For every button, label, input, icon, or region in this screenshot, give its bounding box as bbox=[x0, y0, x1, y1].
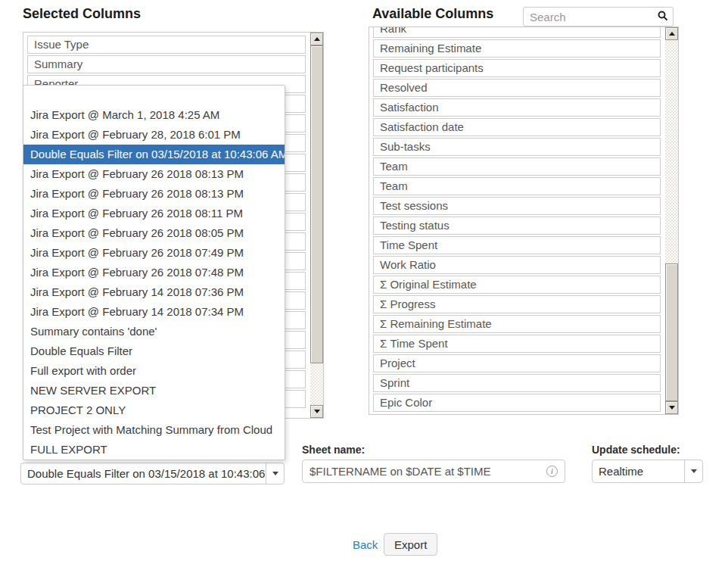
scroll-up-button[interactable] bbox=[310, 33, 323, 45]
filter-dropdown-list[interactable]: Jira Export @ March 1, 2018 4:25 AMJira … bbox=[23, 85, 285, 460]
filter-option[interactable]: Jira Export @ February 14 2018 07:36 PM bbox=[23, 282, 285, 302]
selected-column-item[interactable]: Issue Type bbox=[27, 36, 306, 54]
filter-option[interactable]: Double Equals Filter bbox=[23, 341, 285, 361]
available-column-item[interactable]: Request participants bbox=[373, 59, 661, 77]
available-column-item[interactable]: Satisfaction bbox=[373, 98, 661, 117]
available-column-item[interactable]: Remaining Estimate bbox=[373, 39, 661, 58]
filter-option[interactable]: Double Equals Filter on 03/15/2018 at 10… bbox=[23, 145, 285, 164]
available-column-item[interactable]: Σ Remaining Estimate bbox=[373, 315, 661, 333]
scrollbar-thumb[interactable] bbox=[310, 45, 323, 363]
filter-option[interactable]: Jira Export @ February 28, 2018 6:01 PM bbox=[23, 125, 285, 145]
filter-option[interactable]: Jira Export @ February 26 2018 08:13 PM bbox=[23, 184, 285, 204]
available-column-item[interactable]: Σ Original Estimate bbox=[373, 276, 661, 294]
update-schedule-value: Realtime bbox=[593, 465, 684, 478]
available-column-item[interactable]: Satisfaction date bbox=[373, 118, 661, 136]
triangle-down-icon bbox=[669, 406, 675, 410]
search-box bbox=[523, 7, 674, 26]
filter-option[interactable] bbox=[23, 86, 285, 105]
filter-select-value: Double Equals Filter on 03/15/2018 at 10… bbox=[21, 467, 266, 480]
available-column-item[interactable]: Σ Time Spent bbox=[373, 335, 661, 353]
available-column-item[interactable]: Resolved bbox=[373, 79, 661, 97]
scrollbar-thumb[interactable] bbox=[665, 263, 678, 401]
available-column-item[interactable]: Sub-tasks bbox=[373, 138, 661, 156]
filter-option[interactable]: Test Project with Matching Summary from … bbox=[23, 420, 285, 440]
sheet-name-label: Sheet name: bbox=[302, 444, 365, 456]
info-icon[interactable]: i bbox=[546, 466, 558, 477]
available-column-item[interactable]: Rank bbox=[373, 26, 661, 38]
triangle-up-icon bbox=[669, 32, 675, 36]
available-columns-heading: Available Columns bbox=[372, 6, 493, 22]
search-input[interactable] bbox=[523, 7, 674, 26]
available-column-item[interactable]: Epic Color bbox=[373, 394, 661, 412]
filter-option[interactable]: Jira Export @ February 26 2018 08:05 PM bbox=[23, 223, 285, 243]
export-button[interactable]: Export bbox=[384, 533, 437, 556]
filter-option[interactable]: Jira Export @ February 26 2018 08:11 PM bbox=[23, 204, 285, 223]
update-schedule-select[interactable]: Realtime bbox=[592, 460, 703, 483]
filter-option[interactable]: PROJECT 2 ONLY bbox=[23, 400, 285, 420]
chevron-down-icon[interactable] bbox=[684, 460, 702, 482]
sheet-name-field-wrap: i bbox=[302, 460, 565, 483]
filter-option[interactable]: FULL EXPORT bbox=[23, 440, 285, 460]
available-column-item[interactable]: Work Ratio bbox=[373, 256, 661, 274]
filter-select[interactable]: Double Equals Filter on 03/15/2018 at 10… bbox=[20, 463, 285, 485]
caret-icon bbox=[691, 469, 697, 473]
triangle-down-icon bbox=[314, 410, 320, 413]
sheet-name-input[interactable] bbox=[302, 460, 565, 483]
back-link[interactable]: Back bbox=[353, 538, 378, 551]
available-column-item[interactable]: Σ Progress bbox=[373, 295, 661, 313]
available-column-item[interactable]: Sprint bbox=[373, 374, 661, 392]
scroll-up-button[interactable] bbox=[665, 27, 678, 40]
search-icon bbox=[658, 11, 668, 21]
filter-option[interactable]: Jira Export @ February 14 2018 07:34 PM bbox=[23, 302, 285, 322]
available-columns-list[interactable]: RankRemaining EstimateRequest participan… bbox=[369, 26, 679, 415]
available-columns-scrollbar[interactable] bbox=[665, 27, 678, 414]
filter-option[interactable]: Jira Export @ February 26 2018 08:13 PM bbox=[23, 164, 285, 184]
filter-option[interactable]: Jira Export @ February 26 2018 07:49 PM bbox=[23, 243, 285, 263]
triangle-up-icon bbox=[314, 37, 320, 41]
filter-option[interactable]: Summary contains 'done' bbox=[23, 322, 285, 341]
available-columns-items: RankRemaining EstimateRequest participan… bbox=[373, 26, 661, 413]
available-column-item[interactable]: Project bbox=[373, 354, 661, 372]
available-column-item[interactable]: Test sessions bbox=[373, 197, 661, 215]
filter-option[interactable]: Full export with order bbox=[23, 361, 285, 381]
export-config-page: Selected Columns Issue TypeSummaryReport… bbox=[0, 0, 728, 564]
available-column-item[interactable]: Time Spent bbox=[373, 236, 661, 254]
scroll-down-button[interactable] bbox=[665, 401, 678, 414]
update-schedule-label: Update schedule: bbox=[592, 444, 680, 456]
scroll-down-button[interactable] bbox=[310, 405, 323, 418]
caret-icon bbox=[272, 472, 278, 475]
available-column-item[interactable]: Team bbox=[373, 157, 661, 176]
available-column-item[interactable]: Team bbox=[373, 177, 661, 195]
available-column-item[interactable]: Testing status bbox=[373, 217, 661, 235]
selected-columns-heading: Selected Columns bbox=[23, 6, 141, 22]
filter-option[interactable]: NEW SERVER EXPORT bbox=[23, 381, 285, 400]
filter-option[interactable]: Jira Export @ March 1, 2018 4:25 AM bbox=[23, 105, 285, 125]
selected-column-item[interactable]: Summary bbox=[27, 55, 306, 73]
filter-option[interactable]: Jira Export @ February 26 2018 07:48 PM bbox=[23, 263, 285, 282]
chevron-down-icon[interactable] bbox=[266, 463, 284, 484]
selected-columns-scrollbar[interactable] bbox=[310, 33, 323, 418]
